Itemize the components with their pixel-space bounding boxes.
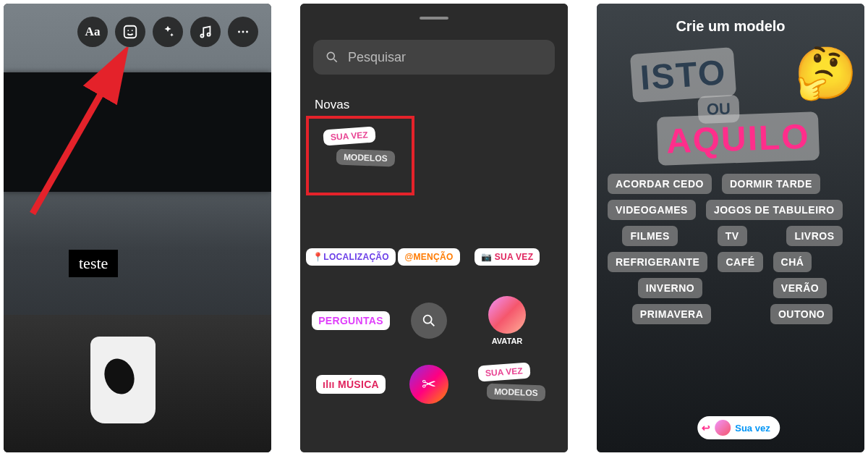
drawer-drag-handle[interactable] — [420, 17, 448, 20]
svg-point-7 — [246, 31, 248, 33]
story-toolbar: Aa — [77, 17, 258, 47]
search-icon — [325, 50, 339, 64]
hero-isto[interactable]: ISTO — [630, 47, 736, 103]
panel-sticker-drawer: Pesquisar Novas SUA VEZ MODELOS 📍LOCALIZ… — [300, 4, 568, 452]
avatar-icon — [488, 296, 526, 334]
template-choices: ACORDAR CEDO DORMIR TARDE VIDEOGAMES JOG… — [608, 174, 857, 409]
svg-line-10 — [334, 59, 337, 62]
chip-dormir-tarde[interactable]: DORMIR TARDE — [722, 174, 820, 194]
svg-point-11 — [424, 316, 432, 324]
chip-cha[interactable]: CHÁ — [773, 252, 812, 272]
create-template-title: Crie um modelo — [597, 18, 864, 35]
panel-create-template: Crie um modelo ISTO OU AQUILO 🤔 ACORDAR … — [597, 4, 864, 452]
mention-sticker[interactable]: @MENÇÃO — [398, 248, 459, 266]
svg-point-5 — [238, 31, 240, 33]
chip-livros[interactable]: LIVROS — [786, 226, 842, 246]
chip-outono[interactable]: OUTONO — [770, 304, 833, 324]
svg-point-2 — [132, 30, 133, 31]
thinking-emoji-icon: 🤔 — [794, 43, 857, 103]
reply-icon: ↩ — [702, 422, 710, 434]
svg-rect-0 — [124, 26, 137, 38]
music-tool-button[interactable] — [190, 17, 221, 47]
search-placeholder: Pesquisar — [348, 50, 406, 65]
svg-line-12 — [431, 323, 435, 326]
photo-tv — [4, 72, 271, 192]
chip-tv[interactable]: TV — [718, 226, 747, 246]
hero-aquilo[interactable]: AQUILO — [657, 111, 820, 166]
cutout-sticker[interactable]: ✂ — [409, 365, 448, 404]
sticker-tool-button[interactable] — [115, 17, 145, 47]
sua-vez-sticker[interactable]: 📷 SUA VEZ — [475, 248, 540, 266]
music-sticker[interactable]: ılıı MÚSICA — [316, 375, 386, 394]
chip-jogos-tabuleiro[interactable]: JOGOS DE TABULEIRO — [706, 200, 843, 220]
chip-primavera[interactable]: PRIMAVERA — [632, 304, 711, 324]
search-icon — [421, 313, 437, 329]
photo-mug — [90, 337, 156, 423]
panel-story-editor: Aa teste — [4, 4, 271, 452]
camera-icon: 📷 — [481, 252, 492, 262]
sticker-search-input[interactable]: Pesquisar — [313, 40, 555, 75]
chip-refrigerante[interactable]: REFRIGERANTE — [608, 252, 707, 272]
text-tool-button[interactable]: Aa — [77, 17, 108, 47]
chip-acordar-cedo[interactable]: ACORDAR CEDO — [608, 174, 712, 194]
annotation-highlight-box — [306, 116, 414, 195]
section-novas-title: Novas — [315, 98, 349, 112]
svg-point-3 — [200, 34, 203, 37]
effects-tool-button[interactable] — [153, 17, 183, 47]
chip-videogames[interactable]: VIDEOGAMES — [608, 200, 696, 220]
template-hero: ISTO OU AQUILO 🤔 — [618, 43, 857, 170]
sua-vez-bottom-button[interactable]: ↩ Sua vez — [697, 416, 780, 439]
chip-inverno[interactable]: INVERNO — [638, 278, 702, 298]
perguntas-sticker[interactable]: PERGUNTAS — [312, 311, 390, 330]
scissors-icon: ✂ — [422, 374, 436, 394]
gif-search-button[interactable] — [411, 303, 447, 339]
svg-point-6 — [242, 31, 244, 33]
more-tool-button[interactable] — [228, 17, 258, 47]
pin-icon: 📍 — [312, 252, 323, 262]
svg-point-9 — [327, 52, 334, 59]
svg-point-1 — [127, 30, 129, 31]
sticker-grid: 📍LOCALIZAÇÃO @MENÇÃO 📷 SUA VEZ PERGUNTAS… — [300, 228, 568, 452]
sua-vez-label: Sua vez — [735, 423, 770, 434]
avatar-sticker[interactable]: AVATAR — [471, 292, 543, 350]
chip-filmes[interactable]: FILMES — [622, 226, 677, 246]
avatar-mini-icon — [715, 420, 731, 436]
sua-vez-modelos-sticker[interactable]: SUA VEZ MODELOS — [471, 355, 543, 413]
chip-cafe[interactable]: CAFÉ — [718, 252, 762, 272]
music-bars-icon: ılıı — [323, 379, 335, 390]
chip-verao[interactable]: VERÃO — [773, 278, 827, 298]
story-text-overlay[interactable]: teste — [69, 250, 118, 277]
svg-point-4 — [208, 33, 210, 36]
avatar-label: AVATAR — [492, 337, 523, 345]
location-sticker[interactable]: 📍LOCALIZAÇÃO — [306, 248, 396, 266]
